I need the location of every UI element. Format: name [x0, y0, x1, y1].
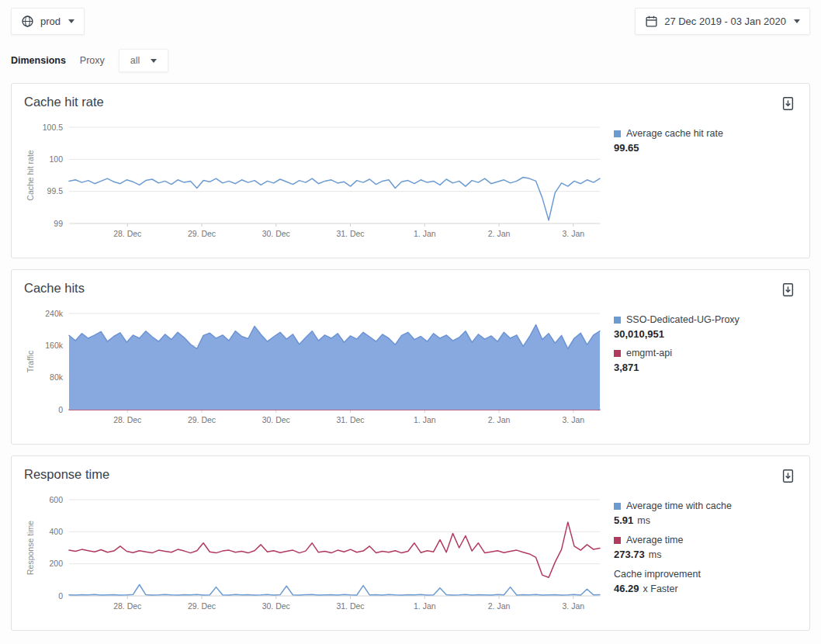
- legend-swatch-red: [614, 350, 621, 357]
- svg-text:80k: 80k: [50, 372, 64, 382]
- environment-selector-button[interactable]: prod: [11, 8, 85, 35]
- svg-text:28. Dec: 28. Dec: [113, 415, 141, 424]
- chart-title: Cache hit rate: [24, 95, 104, 109]
- legend-item: emgmt-api 3,871: [614, 347, 797, 374]
- legend-unit: ms: [637, 515, 650, 526]
- svg-text:400: 400: [49, 527, 63, 536]
- legend-swatch-blue: [614, 317, 621, 324]
- legend-item: Average time with cache 5.91ms: [614, 500, 797, 528]
- svg-text:0: 0: [58, 591, 63, 601]
- dimensions-label: Dimensions: [11, 55, 66, 66]
- legend-label: Average cache hit rate: [626, 127, 723, 140]
- chart-area: 9999.5100100.528. Dec29. Dec30. Dec31. D…: [24, 119, 797, 250]
- svg-text:31. Dec: 31. Dec: [336, 229, 364, 238]
- card-header: Response time: [24, 467, 797, 492]
- date-range-label: 27 Dec 2019 - 03 Jan 2020: [664, 16, 786, 27]
- svg-text:31. Dec: 31. Dec: [336, 601, 364, 611]
- download-report-button[interactable]: [779, 95, 797, 113]
- legend-swatch-blue: [614, 130, 621, 137]
- svg-text:30. Dec: 30. Dec: [262, 229, 290, 238]
- svg-text:29. Dec: 29. Dec: [188, 415, 216, 424]
- topbar: prod 27 Dec 2019 - 03 Jan 2020: [0, 0, 821, 35]
- proxy-filter-value: all: [130, 55, 140, 66]
- legend-item: Cache improvement 46.29x Faster: [614, 568, 797, 596]
- download-report-button[interactable]: [779, 467, 797, 485]
- filters-bar: Dimensions Proxy all: [0, 35, 821, 74]
- download-report-icon: [781, 96, 795, 111]
- svg-text:2. Jan: 2. Jan: [488, 415, 511, 424]
- environment-label: prod: [40, 16, 61, 27]
- caret-down-icon: [794, 19, 800, 23]
- svg-text:Cache hit rate: Cache hit rate: [26, 150, 35, 201]
- legend-item: SSO-Dedicated-UG-Proxy 30,010,951: [614, 313, 797, 341]
- legend-item: Average time 273.73ms: [614, 534, 797, 562]
- svg-text:30. Dec: 30. Dec: [262, 601, 290, 611]
- chart-area: 080k160k240k28. Dec29. Dec30. Dec31. Dec…: [24, 306, 797, 436]
- legend-value: 273.73ms: [614, 548, 797, 562]
- svg-text:29. Dec: 29. Dec: [188, 229, 216, 238]
- svg-text:30. Dec: 30. Dec: [262, 415, 290, 424]
- legend-value: 5.91ms: [614, 514, 797, 528]
- svg-text:100.5: 100.5: [43, 123, 63, 132]
- response-time-chart[interactable]: 020040060028. Dec29. Dec30. Dec31. Dec1.…: [24, 492, 606, 622]
- svg-text:2. Jan: 2. Jan: [488, 229, 511, 238]
- svg-text:100: 100: [49, 154, 63, 164]
- download-report-button[interactable]: [779, 281, 797, 299]
- caret-down-icon: [68, 19, 74, 23]
- svg-text:29. Dec: 29. Dec: [188, 601, 216, 611]
- svg-text:3. Jan: 3. Jan: [562, 601, 584, 611]
- card-cache-hit-rate: Cache hit rate 9999.5100100.528. Dec29. …: [11, 83, 810, 258]
- globe-icon: [21, 15, 34, 28]
- legend-label: Average time with cache: [626, 500, 732, 513]
- cache-hit-rate-chart[interactable]: 9999.5100100.528. Dec29. Dec30. Dec31. D…: [24, 119, 606, 250]
- legend-label: Average time: [626, 534, 683, 547]
- svg-text:3. Jan: 3. Jan: [562, 229, 584, 238]
- svg-text:28. Dec: 28. Dec: [113, 601, 141, 611]
- card-response-time: Response time 020040060028. Dec29. Dec30…: [11, 455, 810, 631]
- legend-value: 46.29x Faster: [614, 582, 797, 596]
- analytics-dashboard: { "topbar": { "environment": "prod", "da…: [0, 0, 821, 644]
- chart-title: Response time: [24, 467, 109, 482]
- svg-text:3. Jan: 3. Jan: [562, 415, 584, 424]
- svg-text:240k: 240k: [45, 309, 64, 318]
- svg-text:Response time: Response time: [26, 521, 35, 575]
- svg-text:28. Dec: 28. Dec: [113, 229, 141, 238]
- svg-text:0: 0: [58, 405, 63, 414]
- legend-value: 99.65: [614, 141, 797, 154]
- svg-text:2. Jan: 2. Jan: [488, 601, 511, 611]
- chart-legend: Average cache hit rate 99.65: [614, 119, 797, 161]
- chart-title: Cache hits: [24, 281, 85, 296]
- cache-hits-chart[interactable]: 080k160k240k28. Dec29. Dec30. Dec31. Dec…: [24, 306, 606, 436]
- legend-label: emgmt-api: [626, 347, 672, 360]
- legend-value: 30,010,951: [614, 327, 797, 341]
- svg-text:Traffic: Traffic: [26, 351, 35, 373]
- svg-text:1. Jan: 1. Jan: [414, 229, 436, 238]
- legend-unit: ms: [649, 549, 662, 560]
- legend-value: 3,871: [614, 361, 797, 374]
- card-header: Cache hits: [24, 281, 797, 306]
- legend-label: Cache improvement: [614, 568, 701, 581]
- chart-legend: Average time with cache 5.91ms Average t…: [614, 492, 797, 602]
- legend-unit: x Faster: [643, 583, 678, 594]
- svg-text:99: 99: [54, 219, 63, 228]
- legend-item: Average cache hit rate 99.65: [614, 127, 797, 154]
- svg-text:600: 600: [49, 495, 63, 504]
- legend-swatch-blue: [614, 503, 621, 510]
- svg-text:160k: 160k: [45, 341, 64, 350]
- card-header: Cache hit rate: [24, 95, 797, 119]
- svg-text:31. Dec: 31. Dec: [336, 415, 364, 424]
- proxy-label: Proxy: [80, 55, 105, 66]
- svg-text:1. Jan: 1. Jan: [414, 601, 436, 611]
- svg-text:99.5: 99.5: [47, 186, 64, 196]
- chart-legend: SSO-Dedicated-UG-Proxy 30,010,951 emgmt-…: [614, 306, 797, 380]
- download-report-icon: [781, 282, 795, 297]
- chart-area: 020040060028. Dec29. Dec30. Dec31. Dec1.…: [24, 492, 797, 622]
- download-report-icon: [781, 469, 795, 483]
- date-range-picker-button[interactable]: 27 Dec 2019 - 03 Jan 2020: [635, 8, 810, 35]
- calendar-icon: [645, 15, 658, 28]
- proxy-filter-select[interactable]: all: [119, 49, 169, 72]
- caret-down-icon: [151, 59, 157, 63]
- card-cache-hits: Cache hits 080k160k240k28. Dec29. Dec30.…: [11, 269, 810, 445]
- svg-text:200: 200: [49, 559, 63, 568]
- legend-swatch-red: [614, 537, 621, 544]
